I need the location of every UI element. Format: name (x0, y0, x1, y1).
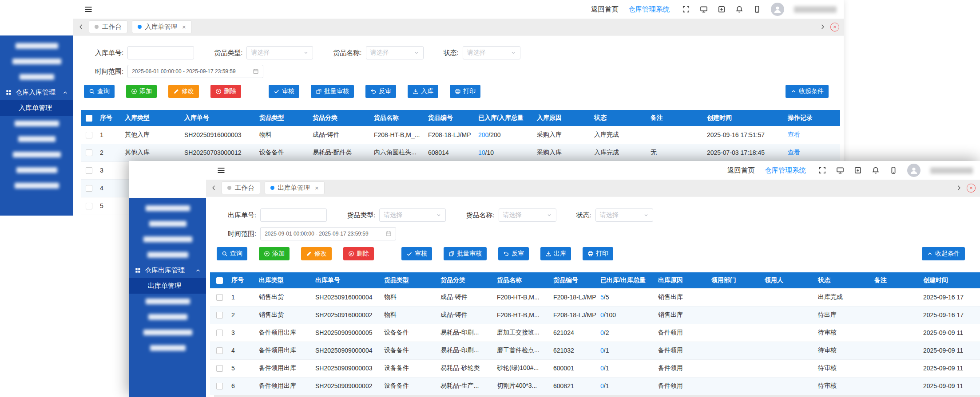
sidebar-item-outbound-orders[interactable]: 出库单管理 (129, 278, 206, 294)
close-all-tabs-icon[interactable]: × (830, 23, 839, 31)
sidebar-item-redacted[interactable] (0, 178, 73, 193)
tab-workbench[interactable]: 工作台 (89, 20, 127, 33)
table-row[interactable]: 5 备件领用出库 SH20250909000003 设备备件 易耗品-砂轮类 砂… (210, 359, 980, 377)
row-checkbox[interactable] (86, 149, 92, 156)
monitor-icon[interactable] (700, 5, 708, 13)
sidebar-item-redacted[interactable] (0, 38, 73, 54)
fullscreen-icon[interactable] (818, 166, 826, 174)
table-row[interactable]: 1 其他入库 SH20250916000003 物料 成品-铸件 F208-HT… (81, 126, 840, 144)
sidebar-item-redacted[interactable] (129, 247, 206, 263)
edit-button[interactable]: 修改 (168, 85, 199, 98)
reverse-audit-button[interactable]: 反审 (365, 85, 396, 98)
collapse-filters-button[interactable]: 收起条件 (922, 247, 965, 260)
print-button[interactable]: 打印 (450, 85, 480, 98)
outbound-button[interactable]: 出库 (540, 247, 571, 260)
system-menu[interactable]: 仓库管理系统 (765, 166, 809, 175)
tab-inbound-management[interactable]: 入库单管理 × (132, 20, 192, 33)
date-range-input[interactable]: 2025-09-01 00:00:00 - 2025-09-17 23:59:5… (260, 227, 396, 240)
sidebar-item-redacted[interactable] (129, 294, 206, 309)
delete-button[interactable]: 删除 (343, 247, 374, 260)
horizontal-scrollbar[interactable] (214, 395, 980, 397)
fullscreen-icon[interactable] (682, 5, 690, 13)
sidebar-item-redacted[interactable] (0, 116, 73, 131)
batch-audit-button[interactable]: 批量审核 (444, 247, 487, 260)
sidebar-item-redacted[interactable] (129, 340, 206, 356)
delete-button[interactable]: 删除 (210, 85, 241, 98)
row-checkbox[interactable] (86, 167, 92, 174)
row-checkbox[interactable] (86, 185, 92, 192)
add-button[interactable]: 添加 (259, 247, 290, 260)
table-row[interactable]: 2 其他入库 SH20250703000012 设备备件 易耗品-配件类 内六角… (81, 144, 840, 161)
home-link[interactable]: 返回首页 (725, 166, 755, 175)
notifications-bell-icon[interactable] (872, 166, 880, 174)
batch-audit-button[interactable]: 批量审核 (311, 85, 354, 98)
tabs-scroll-right-icon[interactable] (819, 24, 826, 30)
sidebar-item-inbound-orders[interactable]: 入库单管理 (0, 100, 73, 116)
query-button[interactable]: 查询 (84, 85, 115, 98)
row-checkbox[interactable] (86, 132, 92, 138)
date-range-input[interactable]: 2025-06-01 00:00:00 - 2025-09-17 23:59:5… (127, 65, 263, 78)
sidebar-item-redacted[interactable] (0, 131, 73, 147)
tab-close-icon[interactable]: × (182, 23, 186, 31)
sidebar-item-redacted[interactable] (129, 216, 206, 232)
sidebar-item-redacted[interactable] (129, 325, 206, 340)
sidebar-item-redacted[interactable] (0, 162, 73, 178)
monitor-icon[interactable] (836, 166, 844, 174)
user-avatar[interactable] (771, 3, 784, 16)
goods-name-select[interactable]: 请选择 (499, 208, 556, 222)
select-all-checkbox[interactable] (86, 115, 92, 122)
sidebar-item-redacted[interactable] (129, 232, 206, 247)
sidebar-item-redacted[interactable] (0, 69, 73, 85)
query-button[interactable]: 查询 (217, 247, 247, 260)
system-menu[interactable]: 仓库管理系统 (628, 5, 672, 14)
add-tab-icon[interactable] (854, 166, 862, 174)
order-no-input[interactable] (127, 46, 194, 59)
print-button[interactable]: 打印 (583, 247, 613, 260)
sidebar-group-warehouse-inbound[interactable]: 仓库入库管理 (0, 85, 73, 100)
tabs-scroll-left-icon[interactable] (210, 185, 217, 191)
audit-button[interactable]: 审核 (269, 85, 299, 98)
order-no-input[interactable] (260, 208, 327, 222)
tab-close-icon[interactable]: × (315, 184, 319, 192)
mobile-icon[interactable] (889, 166, 897, 174)
row-checkbox[interactable] (216, 383, 223, 389)
menu-toggle-icon[interactable] (217, 166, 226, 175)
audit-button[interactable]: 审核 (401, 247, 432, 260)
tabs-scroll-left-icon[interactable] (78, 24, 84, 30)
table-row[interactable]: 2 销售出货 SH20250916000002 物料 成品-铸件 F208-HT… (210, 306, 980, 324)
table-row[interactable]: 6 备件领用出库 SH20250909000002 设备备件 易耗品-生产...… (210, 377, 980, 395)
goods-type-select[interactable]: 请选择 (246, 46, 313, 59)
status-select[interactable]: 请选择 (463, 46, 520, 59)
sidebar-item-redacted[interactable] (0, 147, 73, 162)
menu-toggle-icon[interactable] (84, 5, 93, 14)
notifications-bell-icon[interactable] (735, 5, 743, 13)
sidebar-item-redacted[interactable] (129, 200, 206, 216)
row-checkbox[interactable] (216, 312, 223, 318)
sidebar-item-redacted[interactable] (0, 54, 73, 69)
reverse-audit-button[interactable]: 反审 (498, 247, 529, 260)
table-row[interactable]: 3 备件领用出库 SH20250909000005 设备备件 易耗品-印刷...… (210, 324, 980, 342)
row-checkbox[interactable] (216, 347, 223, 354)
select-all-checkbox[interactable] (216, 277, 223, 284)
sidebar-group-warehouse-outbound[interactable]: 仓库出库管理 (129, 263, 206, 278)
home-link[interactable]: 返回首页 (588, 5, 619, 14)
view-record-link[interactable]: 查看 (788, 131, 800, 138)
row-checkbox[interactable] (216, 294, 223, 301)
mobile-icon[interactable] (753, 5, 761, 13)
tab-workbench[interactable]: 工作台 (222, 181, 260, 194)
table-row[interactable]: 4 备件领用出库 SH20250909000004 设备备件 易耗品-印刷...… (210, 342, 980, 359)
collapse-filters-button[interactable]: 收起条件 (786, 85, 829, 98)
goods-type-select[interactable]: 请选择 (379, 208, 446, 222)
tabs-scroll-right-icon[interactable] (956, 185, 962, 191)
inbound-button[interactable]: 入库 (408, 85, 438, 98)
edit-button[interactable]: 修改 (301, 247, 332, 260)
row-checkbox[interactable] (216, 330, 223, 336)
goods-name-select[interactable]: 请选择 (366, 46, 424, 59)
table-row[interactable]: 1 销售出货 SH20250916000004 物料 成品-铸件 F208-HT… (210, 288, 980, 306)
row-checkbox[interactable] (86, 203, 92, 209)
close-all-tabs-icon[interactable]: × (967, 184, 976, 193)
row-checkbox[interactable] (216, 365, 223, 372)
user-avatar[interactable] (907, 164, 920, 177)
add-button[interactable]: 添加 (126, 85, 157, 98)
sidebar-item-redacted[interactable] (129, 309, 206, 325)
